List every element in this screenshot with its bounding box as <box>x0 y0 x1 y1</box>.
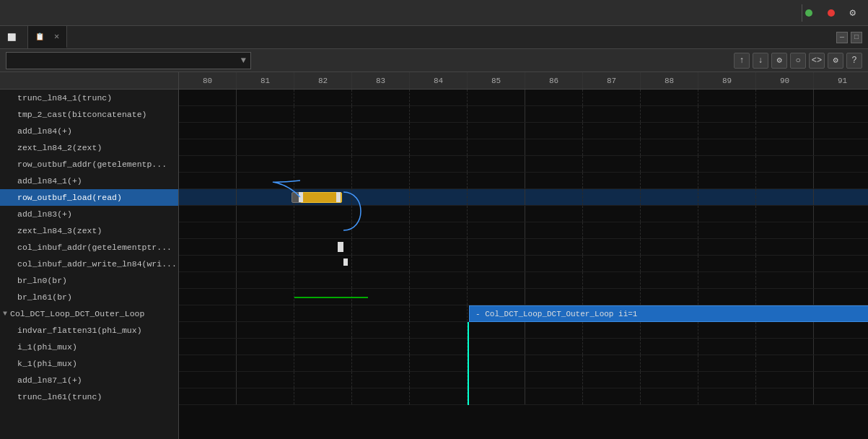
config-button[interactable]: ⚙ <box>828 53 843 69</box>
cyan-marker <box>468 322 469 339</box>
code-button[interactable]: <> <box>809 53 825 69</box>
circle-button[interactable]: ○ <box>790 53 806 69</box>
grid-cell <box>698 388 756 404</box>
grid-cell <box>294 139 352 155</box>
op-item-label: add_ln83(+) <box>17 209 72 219</box>
grid-cell <box>410 222 468 238</box>
grid-cell <box>698 256 756 271</box>
left-panel[interactable]: trunc_ln84_1(trunc)tmp_2_cast(bitconcate… <box>0 72 179 439</box>
grid-cell <box>583 173 641 188</box>
grid-cell <box>468 90 525 105</box>
nav-down-button[interactable]: ↓ <box>753 53 768 69</box>
grid-cell <box>468 222 525 238</box>
grid-cell <box>814 173 868 188</box>
op-item[interactable]: col_inbuf_addr_write_ln84(wri... <box>0 256 178 272</box>
op-item[interactable]: add_ln84(+) <box>0 123 178 139</box>
grid-cell <box>179 222 237 238</box>
grid-cell <box>698 139 756 155</box>
grid-cell <box>814 123 868 139</box>
grid-cell <box>583 272 641 288</box>
grid-cell <box>410 173 468 188</box>
grid-cell <box>583 189 641 205</box>
grid-cell <box>352 222 410 238</box>
grid-cell <box>468 189 525 205</box>
grid-cell <box>294 355 352 371</box>
tab-synthesis-summary[interactable]: ⬜ <box>0 26 28 48</box>
op-item[interactable]: add_ln84_1(+) <box>0 173 178 189</box>
grid-cell <box>237 339 294 355</box>
debug-item[interactable] <box>805 9 816 17</box>
grid-cell <box>641 322 698 338</box>
grid-cell <box>352 173 410 188</box>
grid-cell <box>698 189 756 205</box>
op-item[interactable]: k_1(phi_mux) <box>0 355 178 372</box>
grid-row <box>179 272 868 289</box>
op-item[interactable]: ▼Col_DCT_Loop_DCT_Outer_Loop <box>0 305 178 322</box>
grid-cell <box>525 106 583 122</box>
grid-cell <box>756 173 814 188</box>
focus-select[interactable]: ▼ <box>6 52 251 69</box>
grid-cell <box>179 106 237 122</box>
grid-cell <box>179 322 237 338</box>
grid-cell <box>294 272 352 288</box>
grid-cell <box>179 156 237 172</box>
op-item[interactable]: add_ln87_1(+) <box>0 372 178 388</box>
op-item[interactable]: tmp_2_cast(bitconcatenate) <box>0 106 178 123</box>
grid-row <box>179 123 868 139</box>
op-item[interactable]: br_ln0(br) <box>0 272 178 289</box>
loop-block: - Col_DCT_Loop_DCT_Outer_Loop ii=1 <box>469 305 868 322</box>
grid-row <box>179 339 868 355</box>
grid-cell <box>756 156 814 172</box>
analysis-item[interactable]: ⚙ <box>850 6 859 19</box>
minimize-button[interactable]: — <box>836 32 848 43</box>
grid-cell <box>525 289 583 305</box>
grid-cell <box>583 123 641 139</box>
right-panel[interactable]: 808182838485868788899091 - Col_DCT_Loop_… <box>179 72 868 439</box>
op-item[interactable]: add_ln83(+) <box>0 206 178 222</box>
maximize-button[interactable]: □ <box>851 32 862 43</box>
grid-cell <box>814 388 868 404</box>
grid-cell <box>179 272 237 288</box>
grid-cell <box>468 272 525 288</box>
op-item[interactable]: br_ln61(br) <box>0 289 178 305</box>
op-item[interactable]: trunc_ln61(trunc) <box>0 388 178 405</box>
op-item[interactable]: zext_ln84_3(zext) <box>0 222 178 239</box>
op-item[interactable]: trunc_ln84_1(trunc) <box>0 90 178 106</box>
synthesis-item[interactable] <box>828 9 838 17</box>
grid-cell <box>698 289 756 305</box>
grid-cell <box>756 222 814 238</box>
settings-button[interactable]: ⚙ <box>771 53 787 69</box>
op-item[interactable]: i_1(phi_mux) <box>0 339 178 355</box>
grid-cell <box>641 90 698 105</box>
white-marker-4 <box>343 258 348 266</box>
tab-schedule-viewer-close[interactable]: ✕ <box>54 31 59 42</box>
op-item-label: i_1(phi_mux) <box>17 342 77 352</box>
op-item[interactable]: zext_ln84_2(zext) <box>0 139 178 156</box>
grid-cell <box>179 339 237 355</box>
op-item[interactable]: col_inbuf_addr(getelementptr... <box>0 239 178 256</box>
grid-cell <box>641 206 698 222</box>
debug-dot <box>805 9 812 17</box>
nav-up-button[interactable]: ↑ <box>734 53 750 69</box>
op-item[interactable]: row_outbuf_load(read) <box>0 189 178 206</box>
grid-cell <box>698 339 756 355</box>
grid-cell <box>641 372 698 388</box>
grid-row <box>179 239 868 256</box>
grid-row <box>179 206 868 222</box>
help-button[interactable]: ? <box>846 53 862 69</box>
grid-cell <box>410 388 468 404</box>
grid-cell <box>237 189 294 205</box>
tab-schedule-viewer[interactable]: 📋 ✕ <box>28 26 67 48</box>
grid-cell <box>352 339 410 355</box>
op-item[interactable]: indvar_flatten31(phi_mux) <box>0 322 178 339</box>
grid-cell <box>698 156 756 172</box>
grid-header-cell: 91 <box>814 72 868 89</box>
grid-cell <box>410 156 468 172</box>
grid-cell <box>237 123 294 139</box>
grid-cell <box>525 189 583 205</box>
synthesis-dot <box>828 9 835 17</box>
tab-schedule-viewer-icon: 📋 <box>35 32 44 41</box>
grid-cell <box>468 372 525 388</box>
separator <box>802 4 802 22</box>
op-item[interactable]: row_outbuf_addr(getelementp... <box>0 156 178 173</box>
